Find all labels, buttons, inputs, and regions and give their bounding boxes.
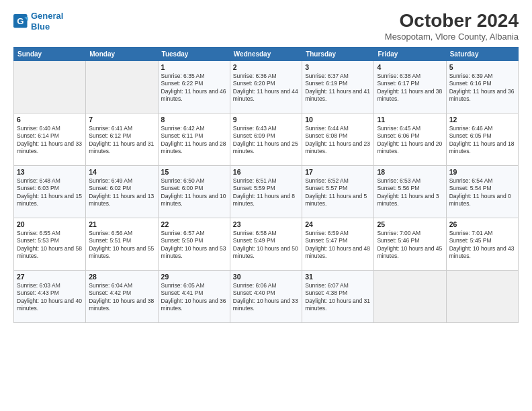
day-number: 4 xyxy=(377,63,443,71)
table-row: 20Sunrise: 6:55 AMSunset: 5:53 PMDayligh… xyxy=(14,218,86,270)
day-number: 25 xyxy=(377,220,443,228)
logo-text: General Blue xyxy=(31,11,63,32)
calendar-header: Sunday Monday Tuesday Wednesday Thursday… xyxy=(14,47,519,60)
table-row: 6Sunrise: 6:40 AMSunset: 6:14 PMDaylight… xyxy=(14,113,86,165)
header-tuesday: Tuesday xyxy=(158,47,230,60)
logo: G General Blue xyxy=(13,11,63,32)
table-row: 24Sunrise: 6:59 AMSunset: 5:47 PMDayligh… xyxy=(302,218,374,270)
day-number: 1 xyxy=(161,63,227,71)
table-row: 8Sunrise: 6:42 AMSunset: 6:11 PMDaylight… xyxy=(158,113,230,165)
day-info: Sunrise: 6:53 AMSunset: 5:56 PMDaylight:… xyxy=(377,177,443,208)
day-info: Sunrise: 6:56 AMSunset: 5:51 PMDaylight:… xyxy=(89,230,154,261)
day-info: Sunrise: 6:55 AMSunset: 5:53 PMDaylight:… xyxy=(17,230,83,261)
calendar-week-2: 6Sunrise: 6:40 AMSunset: 6:14 PMDaylight… xyxy=(14,113,519,165)
day-number: 31 xyxy=(305,273,371,281)
day-info: Sunrise: 7:01 AMSunset: 5:45 PMDaylight:… xyxy=(449,230,515,261)
title-block: October 2024 Mesopotam, Vlore County, Al… xyxy=(385,11,519,42)
day-number: 17 xyxy=(305,168,371,176)
day-info: Sunrise: 6:39 AMSunset: 6:16 PMDaylight:… xyxy=(449,73,515,103)
page-header: G General Blue October 2024 Mesopotam, V… xyxy=(13,11,519,42)
day-info: Sunrise: 7:00 AMSunset: 5:46 PMDaylight:… xyxy=(377,230,443,261)
day-number: 2 xyxy=(233,63,299,71)
day-info: Sunrise: 6:52 AMSunset: 5:57 PMDaylight:… xyxy=(305,177,371,208)
day-info: Sunrise: 6:41 AMSunset: 6:12 PMDaylight:… xyxy=(89,125,154,156)
day-info: Sunrise: 6:48 AMSunset: 6:03 PMDaylight:… xyxy=(17,177,83,208)
calendar-week-5: 27Sunrise: 6:03 AMSunset: 4:43 PMDayligh… xyxy=(14,270,519,322)
day-info: Sunrise: 6:59 AMSunset: 5:47 PMDaylight:… xyxy=(305,230,371,261)
day-info: Sunrise: 6:06 AMSunset: 4:40 PMDaylight:… xyxy=(233,282,299,313)
day-number: 18 xyxy=(377,168,443,176)
day-number: 15 xyxy=(161,168,227,176)
day-info: Sunrise: 6:58 AMSunset: 5:49 PMDaylight:… xyxy=(233,230,299,261)
table-row: 30Sunrise: 6:06 AMSunset: 4:40 PMDayligh… xyxy=(230,270,302,322)
table-row xyxy=(374,270,446,322)
table-row: 16Sunrise: 6:51 AMSunset: 5:59 PMDayligh… xyxy=(230,165,302,218)
weekday-header-row: Sunday Monday Tuesday Wednesday Thursday… xyxy=(14,47,519,60)
table-row xyxy=(446,270,518,322)
table-row: 4Sunrise: 6:38 AMSunset: 6:17 PMDaylight… xyxy=(374,60,446,113)
day-number: 10 xyxy=(305,116,371,124)
table-row: 26Sunrise: 7:01 AMSunset: 5:45 PMDayligh… xyxy=(446,218,518,270)
day-info: Sunrise: 6:40 AMSunset: 6:14 PMDaylight:… xyxy=(17,125,83,156)
day-number: 22 xyxy=(161,220,227,228)
day-info: Sunrise: 6:36 AMSunset: 6:20 PMDaylight:… xyxy=(233,73,299,103)
day-info: Sunrise: 6:43 AMSunset: 6:09 PMDaylight:… xyxy=(233,125,299,156)
table-row: 28Sunrise: 6:04 AMSunset: 4:42 PMDayligh… xyxy=(86,270,158,322)
day-number: 26 xyxy=(449,220,515,228)
table-row: 2Sunrise: 6:36 AMSunset: 6:20 PMDaylight… xyxy=(230,60,302,113)
calendar-body: 1Sunrise: 6:35 AMSunset: 6:22 PMDaylight… xyxy=(14,60,519,322)
day-number: 6 xyxy=(17,116,83,124)
table-row: 7Sunrise: 6:41 AMSunset: 6:12 PMDaylight… xyxy=(86,113,158,165)
day-number: 16 xyxy=(233,168,299,176)
day-number: 13 xyxy=(17,168,83,176)
day-number: 5 xyxy=(449,63,515,71)
day-number: 14 xyxy=(89,168,154,176)
table-row: 3Sunrise: 6:37 AMSunset: 6:19 PMDaylight… xyxy=(302,60,374,113)
day-number: 27 xyxy=(17,273,83,281)
day-number: 9 xyxy=(233,116,299,124)
header-friday: Friday xyxy=(374,47,446,60)
table-row xyxy=(14,60,86,113)
table-row: 31Sunrise: 6:07 AMSunset: 4:38 PMDayligh… xyxy=(302,270,374,322)
table-row: 11Sunrise: 6:45 AMSunset: 6:06 PMDayligh… xyxy=(374,113,446,165)
table-row: 13Sunrise: 6:48 AMSunset: 6:03 PMDayligh… xyxy=(14,165,86,218)
day-number: 30 xyxy=(233,273,299,281)
table-row: 21Sunrise: 6:56 AMSunset: 5:51 PMDayligh… xyxy=(86,218,158,270)
table-row: 17Sunrise: 6:52 AMSunset: 5:57 PMDayligh… xyxy=(302,165,374,218)
header-monday: Monday xyxy=(86,47,158,60)
calendar-table: Sunday Monday Tuesday Wednesday Thursday… xyxy=(13,47,519,323)
day-info: Sunrise: 6:37 AMSunset: 6:19 PMDaylight:… xyxy=(305,73,371,103)
table-row xyxy=(86,60,158,113)
location-subtitle: Mesopotam, Vlore County, Albania xyxy=(385,32,519,42)
day-info: Sunrise: 6:42 AMSunset: 6:11 PMDaylight:… xyxy=(161,125,227,156)
day-number: 8 xyxy=(161,116,227,124)
table-row: 5Sunrise: 6:39 AMSunset: 6:16 PMDaylight… xyxy=(446,60,518,113)
table-row: 1Sunrise: 6:35 AMSunset: 6:22 PMDaylight… xyxy=(158,60,230,113)
month-title: October 2024 xyxy=(385,11,519,32)
logo-icon: G xyxy=(13,14,28,29)
day-number: 7 xyxy=(89,116,154,124)
day-info: Sunrise: 6:46 AMSunset: 6:05 PMDaylight:… xyxy=(449,125,515,156)
table-row: 29Sunrise: 6:05 AMSunset: 4:41 PMDayligh… xyxy=(158,270,230,322)
day-number: 29 xyxy=(161,273,227,281)
day-info: Sunrise: 6:54 AMSunset: 5:54 PMDaylight:… xyxy=(449,177,515,208)
table-row: 9Sunrise: 6:43 AMSunset: 6:09 PMDaylight… xyxy=(230,113,302,165)
day-number: 23 xyxy=(233,220,299,228)
day-number: 19 xyxy=(449,168,515,176)
header-wednesday: Wednesday xyxy=(230,47,302,60)
day-number: 20 xyxy=(17,220,83,228)
day-info: Sunrise: 6:57 AMSunset: 5:50 PMDaylight:… xyxy=(161,230,227,261)
day-info: Sunrise: 6:45 AMSunset: 6:06 PMDaylight:… xyxy=(377,125,443,156)
table-row: 15Sunrise: 6:50 AMSunset: 6:00 PMDayligh… xyxy=(158,165,230,218)
day-info: Sunrise: 6:35 AMSunset: 6:22 PMDaylight:… xyxy=(161,73,227,103)
calendar-week-1: 1Sunrise: 6:35 AMSunset: 6:22 PMDaylight… xyxy=(14,60,519,113)
table-row: 19Sunrise: 6:54 AMSunset: 5:54 PMDayligh… xyxy=(446,165,518,218)
day-info: Sunrise: 6:04 AMSunset: 4:42 PMDaylight:… xyxy=(89,282,154,313)
table-row: 14Sunrise: 6:49 AMSunset: 6:02 PMDayligh… xyxy=(86,165,158,218)
table-row: 27Sunrise: 6:03 AMSunset: 4:43 PMDayligh… xyxy=(14,270,86,322)
table-row: 12Sunrise: 6:46 AMSunset: 6:05 PMDayligh… xyxy=(446,113,518,165)
day-number: 28 xyxy=(89,273,154,281)
table-row: 18Sunrise: 6:53 AMSunset: 5:56 PMDayligh… xyxy=(374,165,446,218)
day-info: Sunrise: 6:49 AMSunset: 6:02 PMDaylight:… xyxy=(89,177,154,208)
day-number: 24 xyxy=(305,220,371,228)
